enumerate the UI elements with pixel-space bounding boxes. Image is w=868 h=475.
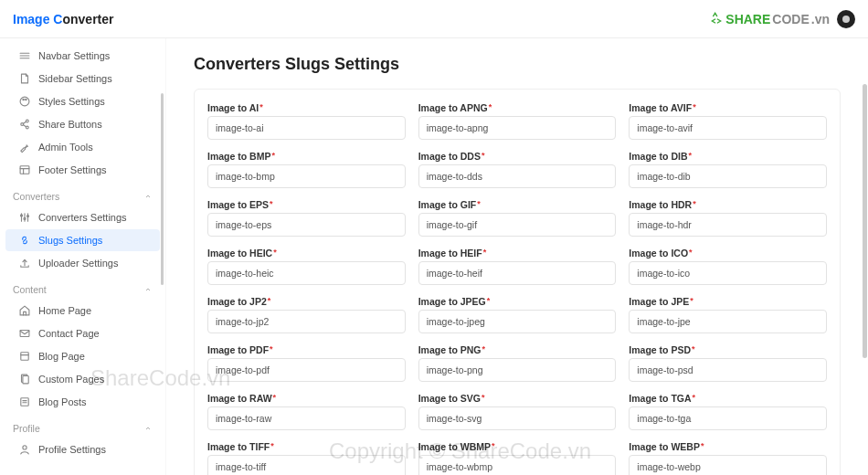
field-label: Image to AI* (207, 102, 406, 113)
svg-line-10 (24, 125, 26, 127)
layout-icon (18, 164, 31, 176)
field-image-to-jp2: Image to JP2* (207, 296, 406, 333)
field-image-to-tga: Image to TGA* (629, 393, 827, 430)
field-label: Image to JP2* (207, 296, 406, 307)
field-label: Image to TIFF* (207, 441, 406, 452)
slug-input-image-to-png[interactable] (418, 358, 617, 382)
field-image-to-ai: Image to AI* (207, 102, 406, 140)
brand-part-1: Image C (13, 12, 62, 26)
sidebar-section-profile[interactable]: Profile (0, 414, 165, 438)
svg-rect-11 (20, 166, 29, 174)
content-scrollbar[interactable] (863, 84, 867, 358)
slug-input-image-to-svg[interactable] (418, 406, 617, 430)
sidebar-item-styles-settings[interactable]: Styles Settings (5, 90, 160, 112)
sidebar-item-blog-page[interactable]: Blog Page (5, 345, 160, 367)
sidebar-item-converters-settings[interactable]: Converters Settings (5, 206, 160, 228)
sidebar-item-admin-tools[interactable]: Admin Tools (5, 136, 160, 158)
field-image-to-png: Image to PNG* (418, 344, 617, 382)
sidebar-item-label: Styles Settings (38, 96, 105, 107)
field-image-to-wbmp: Image to WBMP* (418, 441, 617, 475)
field-label: Image to HDR* (629, 199, 827, 210)
sidebar-item-label: Custom Pages (38, 374, 104, 385)
sidebar-item-slugs-settings[interactable]: Slugs Settings (5, 229, 160, 251)
sidebar-item-label: Uploader Settings (38, 258, 118, 269)
slug-input-image-to-ai[interactable] (207, 116, 406, 140)
field-image-to-dds: Image to DDS* (418, 151, 617, 188)
sidebar-item-sidebar-settings[interactable]: Sidebar Settings (5, 68, 160, 90)
slug-input-image-to-ico[interactable] (629, 261, 827, 285)
slug-input-image-to-apng[interactable] (418, 116, 617, 140)
slug-input-image-to-bmp[interactable] (207, 164, 406, 188)
field-label: Image to DDS* (418, 151, 617, 162)
avatar[interactable] (837, 10, 855, 28)
slug-input-image-to-jpeg[interactable] (418, 310, 617, 333)
slug-input-image-to-jpe[interactable] (629, 310, 827, 333)
slug-input-image-to-dib[interactable] (629, 164, 827, 188)
field-label: Image to JPEG* (418, 296, 617, 307)
chevron-up-icon (143, 192, 153, 201)
slug-input-image-to-raw[interactable] (207, 406, 406, 430)
brand-logo[interactable]: Image Converter (13, 12, 114, 26)
field-image-to-jpeg: Image to JPEG* (418, 296, 617, 333)
field-image-to-psd: Image to PSD* (629, 344, 827, 382)
sidebar-item-label: Blog Page (38, 351, 85, 362)
app-header: Image Converter SHARECODE.vn (0, 0, 868, 38)
post-icon (18, 396, 31, 408)
svg-rect-24 (23, 376, 28, 384)
fields-grid: Image to AI*Image to APNG*Image to AVIF*… (207, 102, 827, 475)
sidebar-item-uploader-settings[interactable]: Uploader Settings (5, 252, 160, 274)
user-icon (18, 443, 31, 456)
sidebar-item-contact-page[interactable]: Contact Page (5, 322, 160, 344)
slug-input-image-to-jp2[interactable] (207, 310, 406, 333)
sidebar-item-footer-settings[interactable]: Footer Settings (5, 159, 160, 181)
sidebar-section-content[interactable]: Content (0, 275, 165, 299)
field-label: Image to PDF* (207, 344, 406, 355)
slug-input-image-to-tiff[interactable] (207, 455, 406, 475)
mail-icon (18, 327, 31, 340)
field-label: Image to HEIF* (418, 248, 617, 259)
slug-input-image-to-pdf[interactable] (207, 358, 406, 382)
field-label: Image to WBMP* (418, 441, 617, 452)
field-image-to-hdr: Image to HDR* (629, 199, 827, 237)
sidebar-item-share-buttons[interactable]: Share Buttons (5, 113, 160, 135)
slug-input-image-to-hdr[interactable] (629, 213, 827, 237)
field-label: Image to RAW* (207, 393, 406, 404)
slug-input-image-to-webp[interactable] (629, 455, 827, 475)
sidebar-item-label: Sidebar Settings (38, 73, 112, 84)
field-label: Image to ICO* (629, 248, 827, 259)
field-image-to-gif: Image to GIF* (418, 199, 617, 237)
palette-icon (18, 95, 31, 108)
upload-icon (18, 257, 31, 269)
sidebar-item-blog-posts[interactable]: Blog Posts (5, 391, 160, 413)
slug-input-image-to-gif[interactable] (418, 213, 617, 237)
sidebar-item-label: Profile Settings (38, 444, 106, 455)
slug-input-image-to-eps[interactable] (207, 213, 406, 237)
sidebar-item-navbar-settings[interactable]: Navbar Settings (5, 45, 160, 67)
svg-point-4 (23, 99, 24, 100)
field-image-to-svg: Image to SVG* (418, 393, 617, 430)
sidebar-item-label: Footer Settings (38, 164, 107, 175)
section-label: Converters (13, 191, 59, 202)
slug-input-image-to-avif[interactable] (629, 116, 827, 140)
header-right: SHARECODE.vn (709, 10, 855, 28)
home-icon (18, 304, 31, 317)
sidebar-scrollbar[interactable] (161, 93, 164, 285)
slug-input-image-to-psd[interactable] (629, 358, 827, 382)
field-image-to-webp: Image to WEBP* (629, 441, 827, 475)
sidebar-item-custom-pages[interactable]: Custom Pages (5, 368, 160, 390)
sidebar-item-home-page[interactable]: Home Page (5, 300, 160, 322)
svg-point-5 (26, 99, 26, 100)
slug-input-image-to-tga[interactable] (629, 406, 827, 430)
link-icon (18, 234, 31, 247)
settings-card: Image to AI*Image to APNG*Image to AVIF*… (194, 89, 841, 475)
user-icon (842, 16, 850, 23)
menu-icon (18, 49, 31, 62)
sidebar-item-profile-settings[interactable]: Profile Settings (5, 438, 160, 460)
sidebar-section-converters[interactable]: Converters (0, 182, 165, 206)
field-label: Image to TGA* (629, 393, 827, 404)
slug-input-image-to-heif[interactable] (418, 261, 617, 285)
slug-input-image-to-dds[interactable] (418, 164, 617, 188)
slug-input-image-to-heic[interactable] (207, 261, 406, 285)
slug-input-image-to-wbmp[interactable] (418, 455, 617, 475)
sidebar: Navbar SettingsSidebar SettingsStyles Se… (0, 38, 166, 475)
